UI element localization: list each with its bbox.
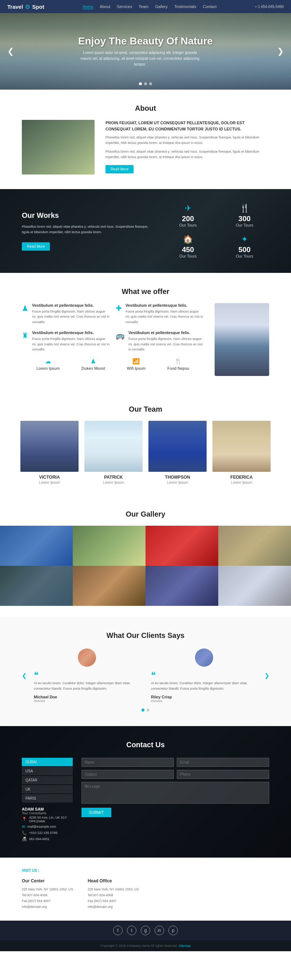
form-submit-btn[interactable]: SUBMIT xyxy=(81,808,111,817)
nav-link-contact[interactable]: Contact xyxy=(203,4,217,9)
nav-link-team[interactable]: Team xyxy=(139,4,149,9)
nav-link-home[interactable]: Home xyxy=(82,4,93,9)
nav-link-testimonials[interactable]: Testimonials xyxy=(174,4,196,9)
about-content: PROIN FEUGIAT, LOREM UT CONSEQUAT PELLEN… xyxy=(22,120,269,175)
visit-col-center-line3: Fax:(607) 594-4007 xyxy=(22,898,73,904)
testimonials-cards: ❝ At eu iaculis lorem. Curabitur dolor. … xyxy=(34,649,257,703)
hero-dot-2[interactable] xyxy=(144,82,147,85)
social-twitter-icon[interactable]: t xyxy=(127,926,136,935)
form-message-textarea[interactable] xyxy=(81,782,269,804)
social-google-icon[interactable]: g xyxy=(141,926,150,935)
testimonial-name-2: Riley Crisp xyxy=(151,695,257,699)
hero-prev-arrow[interactable]: ❮ xyxy=(4,43,17,60)
form-row-subject-phone xyxy=(81,770,269,779)
gallery-cell-8[interactable] xyxy=(218,566,291,606)
offer-item-3: ♜ Vestibulum et pellentesque felis. Fusc… xyxy=(22,331,110,352)
testimonial-dot-2[interactable] xyxy=(147,709,150,711)
offer-grid: ♟ Vestibulum et pellentesque felis. Fusc… xyxy=(22,303,204,352)
testimonial-dot-1[interactable] xyxy=(141,709,144,711)
nav-link-gallery[interactable]: Gallery xyxy=(155,4,168,9)
team-section: Our Team VICTORIA Lorem Ipsum PATRICK Lo… xyxy=(0,391,291,499)
team-name-victoria: VICTORIA xyxy=(21,475,79,480)
contact-info-phone-row: 📞 +010 222 435 6789 xyxy=(22,830,73,835)
gallery-cell-2[interactable] xyxy=(73,526,146,566)
offer-label-3-text: Wifi Ipsum xyxy=(127,366,146,371)
testimonial-avatar-2 xyxy=(195,649,213,667)
visit-col-head-line2: Tel:007-504-4008 xyxy=(88,892,139,898)
form-email-input[interactable] xyxy=(177,758,269,767)
social-linkedin-icon[interactable]: in xyxy=(155,926,164,935)
about-text: PROIN FEUGIAT, LOREM UT CONSEQUAT PELLEN… xyxy=(106,120,269,173)
hero-next-arrow[interactable]: ❯ xyxy=(274,43,287,60)
contact-inner: DUBAI USA QATAR UK PARIS ADAM SAM Tour C… xyxy=(22,758,269,843)
visit-columns: Our Center 225 New York, NY 10001-1552, … xyxy=(22,878,269,910)
team-name-federica: FEDERICA xyxy=(212,475,270,480)
form-phone-input[interactable] xyxy=(177,770,269,779)
sidebar-tab-paris[interactable]: PARIS xyxy=(22,794,73,803)
contact-info-name: ADAM SAM xyxy=(22,807,73,811)
gallery-grid xyxy=(0,526,291,606)
work-stat-2: 🍴 300 Our Tours xyxy=(220,204,269,228)
nav-link-services[interactable]: Services xyxy=(117,4,132,9)
gallery-cell-1[interactable] xyxy=(0,526,73,566)
work-stat-4-label: Our Tours xyxy=(220,254,269,258)
testimonial-dots xyxy=(22,709,269,711)
social-facebook-icon[interactable]: f xyxy=(113,926,123,935)
testimonials-prev-arrow[interactable]: ❮ xyxy=(22,672,27,679)
contact-sidebar: DUBAI USA QATAR UK PARIS ADAM SAM Tour C… xyxy=(22,758,73,843)
team-card-victoria: VICTORIA Lorem Ipsum xyxy=(21,421,79,485)
contact-info-fax: 061-594-6651 xyxy=(29,837,49,841)
works-section: Our Works Phasellus lorem nisl, aliquet … xyxy=(0,189,291,273)
gallery-cell-5[interactable] xyxy=(0,566,73,606)
works-read-more-btn[interactable]: Read More xyxy=(22,242,50,251)
contact-title: Contact Us xyxy=(22,741,269,749)
testimonial-text-2: At eu iaculis lorem. Curabitur dolor. In… xyxy=(151,681,257,692)
hero-content: Enjoy The Beauty Of Nature Lorem ipsum d… xyxy=(78,35,213,67)
hero-dot-3[interactable] xyxy=(149,82,152,85)
sidebar-tab-usa[interactable]: USA xyxy=(22,767,73,775)
about-image xyxy=(22,120,95,175)
contact-info-address-row: 📍 4235 50 Ave, Lin, UK S1Y OP4,Dubai xyxy=(22,816,73,823)
sidebar-tab-uk[interactable]: UK xyxy=(22,785,73,794)
works-stats-grid: ✈ 200 Our Tours 🍴 300 Our Tours 🏠 450 Ou… xyxy=(163,204,269,258)
team-card-federica: FEDERICA Lorem Ipsum xyxy=(212,421,270,485)
visit-col-center-heading: Our Center xyxy=(22,878,73,883)
nav-link-about[interactable]: About xyxy=(100,4,110,9)
gallery-cell-4[interactable] xyxy=(218,526,291,566)
hero-dot-1[interactable] xyxy=(139,82,142,85)
work-stat-4-icon: ✦ xyxy=(220,235,269,244)
team-name-thompson: THOMPSON xyxy=(149,475,207,480)
gallery-cell-3[interactable] xyxy=(146,526,218,566)
offer-label-3-icon: 📶 xyxy=(127,358,146,365)
about-para1: Phasellus lorem nisl, aliquet vitae phar… xyxy=(106,135,269,146)
social-pinterest-icon[interactable]: p xyxy=(168,926,178,935)
form-name-input[interactable] xyxy=(81,758,174,767)
sidebar-tab-dubai[interactable]: DUBAI xyxy=(22,758,73,766)
footer-sitemap-link[interactable]: Sitemap xyxy=(179,944,191,948)
gallery-cell-7[interactable] xyxy=(146,566,218,606)
work-stat-1-number: 200 xyxy=(163,215,212,223)
testimonial-card-1: ❝ At eu iaculis lorem. Curabitur dolor. … xyxy=(34,649,140,703)
about-read-more-btn[interactable]: Read More xyxy=(106,165,133,173)
footer-copyright: Copyright © 2016 Company name All rights… xyxy=(0,940,291,951)
team-photo-thompson xyxy=(149,421,207,472)
form-subject-input[interactable] xyxy=(81,770,174,779)
work-stat-2-label: Our Tours xyxy=(220,223,269,228)
gallery-cell-6[interactable] xyxy=(73,566,146,606)
sidebar-tabs: DUBAI USA QATAR UK PARIS xyxy=(22,758,73,803)
works-left: Our Works Phasellus lorem nisl, aliquet … xyxy=(22,211,149,251)
hero-dots xyxy=(139,82,152,85)
phone-icon: 📞 xyxy=(22,830,27,835)
works-title: Our Works xyxy=(22,211,149,220)
nav-logo: Travel ⊙ Spot xyxy=(7,3,44,10)
testimonial-subtitle-2: Director xyxy=(151,699,257,703)
offer-label-2: ♟ Duken Monst xyxy=(81,358,105,371)
sidebar-tab-qatar[interactable]: QATAR xyxy=(22,776,73,784)
team-role-patrick: Lorem Ipsum xyxy=(84,480,142,485)
contact-form: SUBMIT xyxy=(81,758,269,843)
team-role-victoria: Lorem Ipsum xyxy=(21,480,79,485)
work-stat-3-label: Our Tours xyxy=(163,254,212,258)
offer-item-1: ♟ Vestibulum et pellentesque felis. Fusc… xyxy=(22,303,110,325)
footer-copyright-text: Copyright © 2016 Company name All rights… xyxy=(100,944,178,948)
testimonials-next-arrow[interactable]: ❯ xyxy=(264,672,269,679)
